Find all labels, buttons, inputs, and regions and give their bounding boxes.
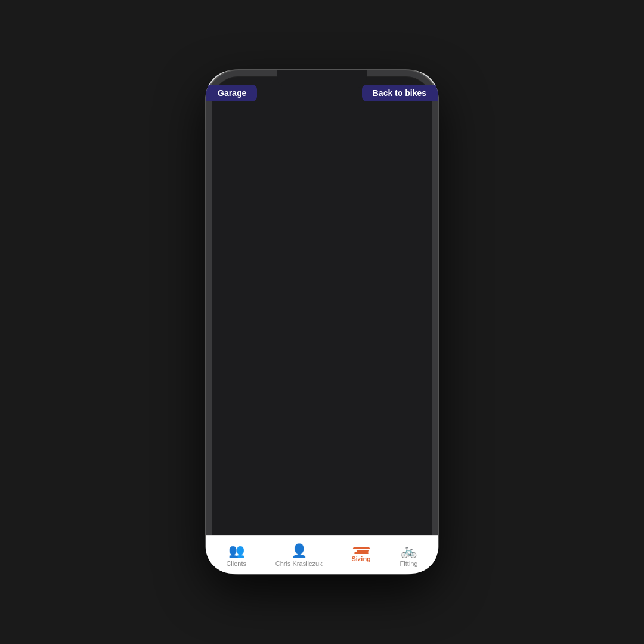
add-to-garage-button[interactable]: 🏠 Add to garage bbox=[325, 158, 422, 190]
fit-score-label: Fit Score: bbox=[222, 139, 261, 148]
stem-angle-row: Stem angle: -7 ✏️ ° 🔄 bbox=[222, 284, 422, 294]
change-link[interactable]: Change bbox=[222, 113, 422, 122]
fit-seatpost-label: Seatpost bbox=[222, 428, 288, 438]
height-range-detail: 180 cm / 5'11" — 185 cm / 6'1" bbox=[311, 393, 417, 402]
standover-check-icon: ✓ bbox=[293, 408, 306, 422]
height-range-check-icon: ✓ bbox=[293, 391, 306, 404]
crank-length-unit: mm bbox=[321, 314, 335, 323]
main-scroll-area: Change Recommendation: ⚠️ Fit Score: 7 ⊖… bbox=[206, 70, 438, 535]
standover-detail: 79 cm / 31" bbox=[311, 411, 349, 420]
recommendation-label: Recommendation: bbox=[222, 127, 295, 137]
fit-saddle-height-label: Saddle height bbox=[222, 348, 288, 357]
sizing-bar-icon-2 bbox=[357, 550, 369, 552]
fit-height-range-label: Height range bbox=[222, 392, 288, 402]
white-section: + Add more bbox=[206, 487, 438, 535]
clients-icon: 👥 bbox=[228, 543, 244, 559]
crank-length-label: Crank length: bbox=[222, 313, 282, 323]
fit-checks-title: Fit checks: bbox=[222, 331, 422, 342]
nav-sizing[interactable]: Sizing bbox=[346, 545, 375, 565]
minus-circle-icon: ⊖ bbox=[228, 169, 236, 180]
nav-fitting[interactable]: 🚲 Fitting bbox=[395, 541, 423, 569]
fit-back-angle-label: Back angle bbox=[222, 362, 288, 371]
bottom-navigation: 👥 Clients 👤 Chris Krasilczuk Sizing 🚲 Fi… bbox=[206, 535, 438, 574]
stem-length-label: Stem length: bbox=[222, 270, 282, 280]
initial-setup-title: Initial Setup ? bbox=[222, 202, 422, 213]
plus-icon: + bbox=[233, 506, 239, 516]
info-icon[interactable]: ? bbox=[280, 202, 291, 213]
bar-reach-label: Bar reach: bbox=[222, 299, 282, 308]
fit-standover-row: Standover ✓ 79 cm / 31" bbox=[222, 408, 422, 422]
spacers-info-icon[interactable]: ? bbox=[280, 237, 290, 247]
stem-length-refresh-icon[interactable]: 🔄 bbox=[330, 270, 340, 280]
bike-detail-card: Change Recommendation: ⚠️ Fit Score: 7 ⊖… bbox=[213, 103, 431, 480]
garage-icon: 🏠 bbox=[339, 169, 351, 180]
fit-height-range-row: Height range ✓ 180 cm / 5'11" — 185 cm /… bbox=[222, 391, 422, 404]
saddle-height-row: Saddle height ? 750 ✏️ mm 🔄 bbox=[222, 220, 422, 231]
garage-button[interactable]: Garage bbox=[206, 85, 257, 101]
fit-score-row: Fit Score: 7 bbox=[222, 139, 422, 148]
remove-from-compare-button[interactable]: ⊖ Remove from compare bbox=[222, 158, 319, 190]
clients-label: Clients bbox=[226, 560, 246, 567]
spacers-value: 45 bbox=[294, 237, 304, 247]
fit-back-angle-row: Back angle Good bbox=[222, 362, 422, 371]
saddle-height-bar bbox=[293, 349, 340, 356]
person-icon: 👤 bbox=[291, 543, 307, 559]
fit-score-value: 7 bbox=[263, 139, 268, 148]
disclaimer-text: Always consult manufacturer specs and re… bbox=[222, 449, 422, 470]
fit-shoulder-angle-label: Shoulder angle bbox=[222, 376, 288, 386]
saddle-height-refresh-icon[interactable]: 🔄 bbox=[342, 221, 352, 230]
action-buttons-row: ⊖ Remove from compare 🏠 Add to garage bbox=[222, 158, 422, 190]
accessories-title: Accessories: bbox=[222, 253, 422, 264]
stem-length-unit: mm bbox=[314, 271, 327, 280]
spacers-edit-icon[interactable]: ✏️ bbox=[307, 237, 317, 247]
crank-length-row: Crank length: 160.0 ✏️ mm 🔄 bbox=[222, 313, 422, 323]
crank-length-edit-icon[interactable]: ✏️ bbox=[309, 313, 319, 323]
shoulder-angle-status: Good bbox=[345, 376, 366, 386]
stem-angle-unit: ° bbox=[308, 285, 311, 294]
bar-reach-row: Bar reach: 100 ✏️ mm 🔄 bbox=[222, 299, 422, 308]
fit-shoulder-angle-row: Shoulder angle Good bbox=[222, 376, 422, 386]
stem-angle-label: Stem angle: bbox=[222, 284, 282, 294]
fit-saddle-height-row: Saddle height Good bbox=[222, 348, 422, 357]
spacers-unit: mm bbox=[321, 238, 334, 247]
stem-angle-edit-icon[interactable]: ✏️ bbox=[295, 284, 305, 294]
stem-length-edit-icon[interactable]: ✏️ bbox=[302, 270, 312, 280]
crank-length-refresh-icon[interactable]: 🔄 bbox=[337, 313, 347, 323]
sizing-label: Sizing bbox=[351, 555, 370, 562]
saddle-height-value: 750 bbox=[294, 221, 308, 230]
bar-reach-value: 100 bbox=[284, 299, 298, 308]
saddle-height-link[interactable]: Saddle height bbox=[222, 221, 276, 230]
nav-clients[interactable]: 👥 Clients bbox=[221, 541, 251, 569]
fit-standover-label: Standover bbox=[222, 410, 288, 420]
back-angle-bar bbox=[293, 363, 340, 370]
recommendation-emoji: ⚠️ bbox=[298, 127, 308, 137]
shoulder-angle-bar bbox=[293, 377, 340, 385]
saddle-height-edit-icon[interactable]: ✏️ bbox=[311, 221, 321, 230]
stem-length-row: Stem length: 100 ✏️ mm 🔄 bbox=[222, 270, 422, 280]
sizing-bar-icon-3 bbox=[354, 552, 369, 554]
seatpost-detail: Good bbox=[311, 429, 330, 438]
add-more-button[interactable]: + Add more bbox=[215, 497, 303, 526]
saddle-height-status: Good bbox=[345, 348, 366, 357]
bar-reach-refresh-icon[interactable]: 🔄 bbox=[330, 299, 340, 308]
bar-reach-unit: mm bbox=[314, 299, 327, 308]
back-to-bikes-button[interactable]: Back to bikes bbox=[362, 85, 438, 101]
bike-icon: 🚲 bbox=[401, 543, 417, 559]
stem-angle-refresh-icon[interactable]: 🔄 bbox=[314, 284, 324, 294]
fit-seatpost-row: Seatpost ✓ Good bbox=[222, 426, 422, 439]
notch bbox=[277, 70, 367, 88]
saddle-height-unit: mm bbox=[325, 221, 338, 230]
fitting-label: Fitting bbox=[400, 560, 418, 567]
seatpost-check-icon: ✓ bbox=[293, 426, 306, 439]
stem-length-value: 100 bbox=[284, 270, 298, 280]
saddle-height-info-icon[interactable]: ? bbox=[280, 220, 290, 231]
sizing-bar-icon bbox=[353, 547, 370, 549]
spacers-link[interactable]: Spacers bbox=[222, 237, 276, 247]
spacers-refresh-icon[interactable]: 🔄 bbox=[337, 237, 347, 247]
bar-reach-edit-icon[interactable]: ✏️ bbox=[302, 299, 312, 308]
chris-label: Chris Krasilczuk bbox=[275, 560, 323, 567]
stem-angle-value: -7 bbox=[284, 284, 292, 294]
spacers-row: Spacers ? 45 ✏️ mm 🔄 bbox=[222, 237, 422, 247]
back-angle-status: Good bbox=[345, 362, 366, 371]
nav-chris[interactable]: 👤 Chris Krasilczuk bbox=[271, 541, 327, 569]
